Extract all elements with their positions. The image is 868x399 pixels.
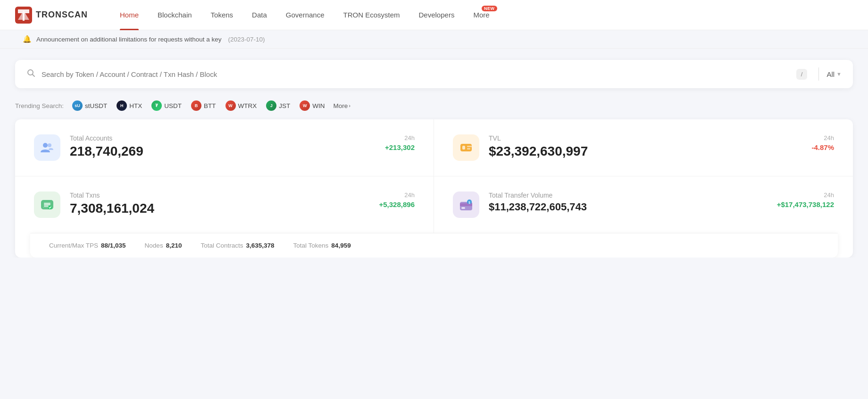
trending-item-usdt[interactable]: ₮ USDT xyxy=(149,100,184,112)
total-txns-right: 24h +5,328,896 xyxy=(379,191,415,208)
nav-item-tokens[interactable]: Tokens xyxy=(201,0,243,30)
bottom-stat-tps: Current/Max TPS 88/1,035 xyxy=(49,242,145,249)
usdt-icon: ₮ xyxy=(151,100,162,111)
stusdt-icon: sU xyxy=(72,100,83,111)
total-txns-icon xyxy=(34,191,60,218)
btt-icon: B xyxy=(191,100,201,111)
contracts-value: 3,635,378 xyxy=(246,242,274,249)
nav-item-home[interactable]: Home xyxy=(110,0,148,30)
svg-rect-7 xyxy=(460,144,472,151)
svg-rect-8 xyxy=(462,146,465,150)
nav-items: Home Blockchain Tokens Data Governance T… xyxy=(110,0,853,30)
win-icon: W xyxy=(300,100,310,111)
svg-rect-10 xyxy=(467,148,470,150)
jst-icon: J xyxy=(266,100,276,111)
svg-rect-9 xyxy=(467,146,472,147)
nav-item-developers[interactable]: Developers xyxy=(409,0,464,30)
transfer-volume-value: $11,238,722,605,743 xyxy=(489,201,768,213)
transfer-volume-change: +$17,473,738,122 xyxy=(777,200,834,208)
search-icon xyxy=(26,68,36,80)
total-accounts-content: Total Accounts 218,740,269 xyxy=(70,134,376,160)
bottom-stat-nodes: Nodes 8,210 xyxy=(145,242,201,249)
svg-rect-15 xyxy=(461,207,465,209)
chevron-down-icon: ▼ xyxy=(836,71,842,77)
tps-key: Current/Max TPS xyxy=(49,242,98,249)
total-accounts-24h: 24h xyxy=(385,134,415,141)
nav-item-more[interactable]: More NEW xyxy=(464,0,499,30)
search-divider xyxy=(818,67,819,81)
chevron-right-icon: › xyxy=(349,103,351,108)
bottom-stat-contracts: Total Contracts 3,635,378 xyxy=(200,242,293,249)
tvl-right: 24h -4.87% xyxy=(811,134,834,151)
svg-point-6 xyxy=(48,143,51,147)
tps-value: 88/1,035 xyxy=(101,242,126,249)
total-accounts-value: 218,740,269 xyxy=(70,144,376,159)
transfer-volume-right: 24h +$17,473,738,122 xyxy=(777,191,834,208)
total-txns-24h: 24h xyxy=(379,191,415,199)
search-input[interactable] xyxy=(42,70,796,78)
wtrx-icon: W xyxy=(225,100,236,111)
total-txns-label: Total Txns xyxy=(70,191,370,199)
tvl-24h: 24h xyxy=(811,134,834,141)
svg-line-4 xyxy=(33,74,35,76)
transfer-volume-content: Total Transfer Volume $11,238,722,605,74… xyxy=(489,191,768,214)
svg-point-5 xyxy=(43,143,48,148)
logo[interactable]: TRONSCAN xyxy=(15,7,88,24)
tvl-change: -4.87% xyxy=(811,143,834,151)
stat-card-tvl: TVL $23,392,630,997 24h -4.87% xyxy=(434,119,853,176)
announcement-date: (2023-07-10) xyxy=(228,36,265,43)
total-txns-change: +5,328,896 xyxy=(379,200,415,208)
stats-grid: Total Accounts 218,740,269 24h +213,302 … xyxy=(15,119,853,233)
nodes-key: Nodes xyxy=(145,242,163,249)
contracts-key: Total Contracts xyxy=(200,242,243,249)
trending-item-jst[interactable]: J JST xyxy=(263,100,293,112)
search-container: / All ▼ xyxy=(15,60,853,88)
tokens-key: Total Tokens xyxy=(293,242,329,249)
announcement-text[interactable]: Announcement on additional limitations f… xyxy=(36,36,221,43)
transfer-volume-icon: $ xyxy=(453,191,479,218)
stat-card-total-accounts: Total Accounts 218,740,269 24h +213,302 xyxy=(15,119,434,176)
bottom-bar: Current/Max TPS 88/1,035 Nodes 8,210 Tot… xyxy=(30,233,838,258)
logo-icon xyxy=(15,7,32,24)
search-filter-dropdown[interactable]: All ▼ xyxy=(826,70,842,78)
transfer-volume-label: Total Transfer Volume xyxy=(489,191,768,199)
announcement-bar: 🔔 Announcement on additional limitations… xyxy=(0,30,868,49)
trending-item-stusdt[interactable]: sU stUSDT xyxy=(69,100,110,112)
nav-item-tron-ecosystem[interactable]: TRON Ecosystem xyxy=(334,0,409,30)
nodes-value: 8,210 xyxy=(166,242,182,249)
transfer-volume-24h: 24h xyxy=(777,191,834,199)
stat-card-total-txns: Total Txns 7,308,161,024 24h +5,328,896 xyxy=(15,176,434,233)
navbar: TRONSCAN Home Blockchain Tokens Data Gov… xyxy=(0,0,868,30)
total-accounts-right: 24h +213,302 xyxy=(385,134,415,151)
total-accounts-icon xyxy=(34,134,60,161)
trending-item-win[interactable]: W WIN xyxy=(297,100,327,112)
stats-section: Total Accounts 218,740,269 24h +213,302 … xyxy=(15,119,853,258)
trending-bar: Trending Search: sU stUSDT H HTX ₮ USDT … xyxy=(0,100,868,119)
tvl-value: $23,392,630,997 xyxy=(489,144,802,159)
tokens-value: 84,959 xyxy=(331,242,351,249)
trending-more-button[interactable]: More › xyxy=(334,102,351,109)
bell-icon: 🔔 xyxy=(23,35,32,43)
search-key-hint: / xyxy=(796,69,808,80)
tvl-icon xyxy=(453,134,479,161)
total-accounts-change: +213,302 xyxy=(385,143,415,151)
nav-item-blockchain[interactable]: Blockchain xyxy=(148,0,201,30)
trending-item-btt[interactable]: B BTT xyxy=(188,100,219,112)
tvl-content: TVL $23,392,630,997 xyxy=(489,134,802,160)
total-txns-content: Total Txns 7,308,161,024 xyxy=(70,191,370,217)
total-txns-value: 7,308,161,024 xyxy=(70,201,370,216)
logo-text: TRONSCAN xyxy=(36,10,88,20)
svg-text:$: $ xyxy=(468,201,470,205)
bottom-stat-tokens: Total Tokens 84,959 xyxy=(293,242,351,249)
trending-label: Trending Search: xyxy=(15,102,64,109)
total-accounts-label: Total Accounts xyxy=(70,134,376,142)
trending-item-htx[interactable]: H HTX xyxy=(114,100,145,112)
nav-item-data[interactable]: Data xyxy=(242,0,276,30)
stat-card-transfer-volume: $ Total Transfer Volume $11,238,722,605,… xyxy=(434,176,853,233)
more-badge: NEW xyxy=(482,6,497,11)
htx-icon: H xyxy=(117,100,127,111)
trending-item-wtrx[interactable]: W WTRX xyxy=(223,100,260,112)
tvl-label: TVL xyxy=(489,134,802,142)
nav-item-governance[interactable]: Governance xyxy=(276,0,334,30)
